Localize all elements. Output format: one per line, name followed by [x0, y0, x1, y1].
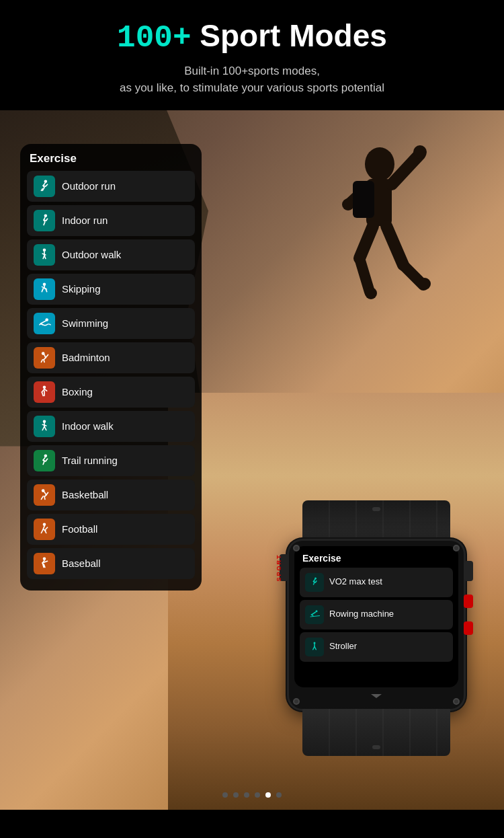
exercise-item[interactable]: Swimming — [27, 308, 195, 339]
watch-screen: Exercise VO2 max testRowing machineStrol… — [294, 546, 458, 687]
svg-line-7 — [360, 258, 370, 292]
svg-marker-33 — [371, 694, 382, 698]
watch-exercise-item[interactable]: Rowing machine — [300, 600, 453, 630]
smartwatch: SPORT Exercise VO2 max testRowing machin… — [269, 500, 484, 756]
watch-button-mid-right[interactable] — [464, 595, 473, 608]
sport-label: SPORT — [276, 554, 282, 581]
screw-br — [453, 698, 460, 705]
svg-point-11 — [365, 287, 377, 299]
exercise-label: Basketball — [62, 489, 108, 500]
exercise-panel: Exercise Outdoor runIndoor runOutdoor wa… — [20, 144, 202, 591]
svg-point-8 — [413, 145, 427, 159]
dot-4[interactable] — [255, 792, 260, 798]
exercise-label: Indoor walk — [62, 420, 114, 432]
exercise-item[interactable]: Trail running — [27, 445, 195, 476]
svg-point-24 — [43, 557, 46, 560]
svg-point-15 — [43, 248, 46, 252]
dot-2[interactable] — [233, 792, 239, 798]
screw-tr — [453, 545, 460, 551]
watch-item-label: Rowing machine — [329, 609, 394, 620]
exercise-label: Outdoor run — [62, 180, 116, 192]
watch-band-top — [302, 500, 450, 541]
exercise-list: Outdoor runIndoor runOutdoor walkSkippin… — [27, 171, 195, 579]
svg-point-0 — [365, 147, 394, 181]
title-accent: 100+ — [117, 21, 191, 56]
svg-point-16 — [43, 282, 46, 286]
pagination-dots — [222, 792, 282, 798]
watch-band-bottom — [302, 709, 450, 756]
main-section: Exercise Outdoor runIndoor runOutdoor wa… — [0, 110, 504, 810]
svg-point-9 — [342, 198, 354, 211]
exercise-label: Swimming — [62, 317, 108, 329]
svg-point-20 — [43, 420, 46, 423]
watch-button-left[interactable]: SPORT — [280, 554, 289, 581]
watch-items: VO2 max testRowing machineStroller — [300, 568, 453, 662]
exercise-label: Trail running — [62, 455, 118, 466]
exercise-item[interactable]: Baseball — [27, 548, 195, 579]
watch-button-bot-right[interactable] — [464, 621, 473, 635]
watch-screen-title: Exercise — [300, 553, 453, 564]
watch-case: SPORT Exercise VO2 max testRowing machin… — [289, 541, 464, 709]
panel-title: Exercise — [27, 152, 195, 165]
svg-rect-12 — [353, 181, 374, 218]
watch-exercise-item[interactable]: VO2 max test — [300, 568, 453, 597]
exercise-item[interactable]: Badminton — [27, 342, 195, 373]
svg-point-14 — [44, 214, 48, 217]
exercise-label: Boxing — [62, 386, 93, 397]
svg-point-13 — [44, 180, 48, 183]
exercise-item[interactable]: Indoor run — [27, 205, 195, 236]
dot-6[interactable] — [276, 792, 282, 798]
exercise-item[interactable]: Outdoor walk — [27, 239, 195, 270]
exercise-label: Badminton — [62, 352, 110, 363]
page-subtitle: Built-in 100+sports modes, as you like, … — [13, 63, 491, 97]
dot-1[interactable] — [222, 792, 228, 798]
watch-exercise-item[interactable]: Stroller — [300, 632, 453, 662]
svg-line-2 — [392, 154, 420, 184]
exercise-item[interactable]: Boxing — [27, 377, 195, 408]
svg-point-10 — [419, 278, 431, 290]
watch-button-top-right[interactable] — [464, 561, 473, 581]
watch-item-label: VO2 max test — [329, 576, 382, 588]
exercise-item[interactable]: Skipping — [27, 274, 195, 305]
exercise-label: Indoor run — [62, 215, 108, 226]
svg-point-19 — [43, 385, 46, 389]
dot-3[interactable] — [244, 792, 249, 798]
watch-body: SPORT Exercise VO2 max testRowing machin… — [276, 500, 477, 756]
page-title: 100+ Sport Modes — [13, 19, 491, 56]
dot-5[interactable] — [265, 792, 271, 798]
exercise-item[interactable]: Indoor walk — [27, 411, 195, 442]
svg-line-4 — [386, 226, 403, 265]
header-section: 100+ Sport Modes Built-in 100+sports mod… — [0, 0, 504, 110]
watch-item-label: Stroller — [329, 641, 357, 652]
climber-silhouette — [249, 124, 450, 426]
exercise-label: Outdoor walk — [62, 249, 121, 260]
exercise-label: Baseball — [62, 558, 101, 569]
screw-bl — [293, 698, 300, 705]
exercise-label: Skipping — [62, 283, 101, 295]
exercise-label: Football — [62, 523, 97, 535]
exercise-item[interactable]: Basketball — [27, 480, 195, 510]
svg-point-21 — [44, 454, 48, 457]
screw-tl — [293, 545, 300, 551]
exercise-item[interactable]: Outdoor run — [27, 171, 195, 202]
svg-point-23 — [43, 523, 46, 526]
title-rest: Sport Modes — [192, 18, 387, 53]
exercise-item[interactable]: Football — [27, 514, 195, 545]
scroll-indicator — [294, 687, 458, 703]
